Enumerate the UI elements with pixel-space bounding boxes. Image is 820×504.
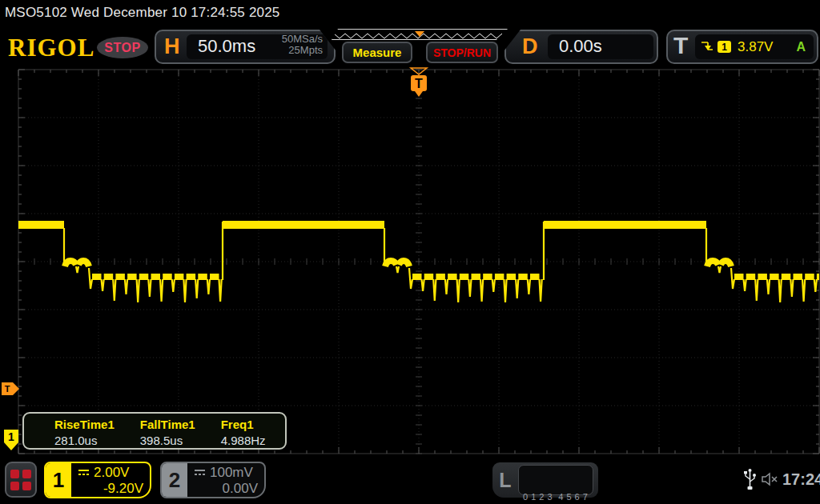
grid-icon bbox=[22, 470, 31, 478]
dc-coupling-icon bbox=[78, 469, 90, 477]
channel2-scale: 100mV bbox=[210, 465, 253, 481]
oscilloscope-screen: MSO5102 Wed December 10 17:24:55 2025 RI… bbox=[0, 0, 820, 504]
channel-grid-menu-button[interactable] bbox=[5, 462, 37, 498]
channel1-values: 2.00V -9.20V bbox=[71, 463, 150, 497]
logic-channels-block[interactable]: L 0 1 2 3 4 5 6 7 8 9 10 11 12 13 14 15 bbox=[492, 462, 598, 498]
measurement-label: FallTime1 bbox=[140, 418, 195, 431]
clock: 17:24 bbox=[782, 470, 820, 489]
usb-icon bbox=[743, 468, 757, 490]
trigger-position-marker[interactable]: T bbox=[404, 67, 433, 99]
grid-icon bbox=[10, 482, 19, 490]
channel2-number: 2 bbox=[162, 463, 187, 497]
measurement-results-panel[interactable]: RiseTime1 281.0us FallTime1 398.5us Freq… bbox=[22, 412, 287, 450]
trigger-level-marker[interactable]: T bbox=[1, 382, 20, 396]
channel1-scale: 2.00V bbox=[94, 465, 129, 481]
channel1-number: 1 bbox=[46, 463, 71, 497]
logic-channel-list: 0 1 2 3 4 5 6 7 8 9 10 11 12 13 14 15 bbox=[518, 465, 593, 495]
measurement-value: 281.0us bbox=[54, 434, 115, 447]
measurement-label: RiseTime1 bbox=[54, 418, 115, 431]
channel2-status-block[interactable]: 2 100mV 0.00V bbox=[160, 462, 266, 498]
measurement-item: RiseTime1 281.0us bbox=[54, 418, 115, 448]
measurement-item: FallTime1 398.5us bbox=[140, 418, 195, 448]
measurement-value: 398.5us bbox=[140, 434, 195, 447]
measurement-value: 4.988Hz bbox=[221, 434, 266, 447]
svg-text:T: T bbox=[415, 77, 423, 90]
svg-text:T: T bbox=[5, 384, 10, 394]
channel1-position-marker[interactable]: 1 bbox=[3, 429, 19, 451]
svg-text:1: 1 bbox=[8, 430, 14, 443]
channel1-status-block[interactable]: 1 2.00V -9.20V bbox=[44, 462, 151, 498]
measurement-item: Freq1 4.988Hz bbox=[221, 418, 266, 448]
sound-muted-icon bbox=[761, 472, 780, 486]
logic-label: L bbox=[492, 469, 518, 492]
channel1-offset: -9.20V bbox=[78, 481, 143, 497]
logic-row-0-7: 0 1 2 3 4 5 6 7 bbox=[523, 491, 593, 502]
grid-icon bbox=[10, 470, 19, 478]
measurement-label: Freq1 bbox=[221, 418, 266, 431]
grid-icon bbox=[22, 482, 31, 490]
channel2-values: 100mV 0.00V bbox=[187, 463, 264, 497]
dc-coupling-icon bbox=[194, 469, 206, 477]
channel2-offset: 0.00V bbox=[194, 481, 258, 497]
